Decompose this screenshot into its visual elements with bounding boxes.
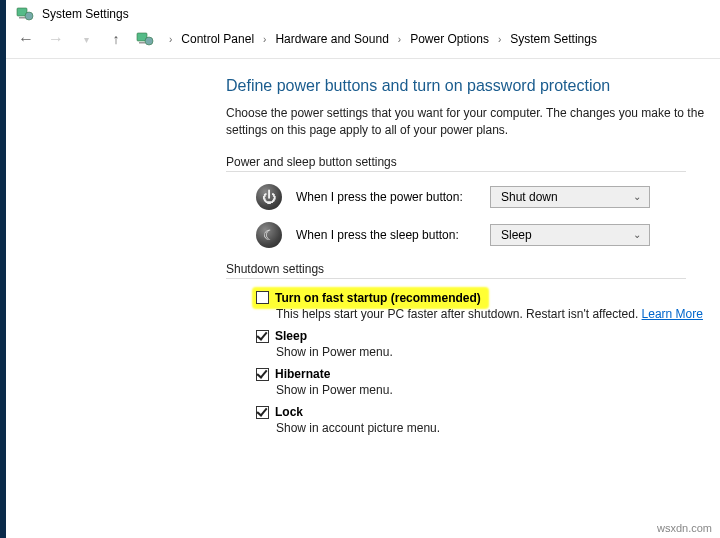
- svg-rect-4: [139, 42, 145, 44]
- chevron-down-icon: ⌄: [633, 229, 641, 240]
- sleep-button-dropdown[interactable]: Sleep ⌄: [490, 224, 650, 246]
- page-description: Choose the power settings that you want …: [226, 105, 720, 139]
- sleep-desc: Show in Power menu.: [276, 345, 720, 359]
- breadcrumb-icon: [136, 31, 154, 47]
- titlebar: System Settings: [6, 0, 720, 26]
- fast-startup-row: Turn on fast startup (recommended): [254, 289, 487, 307]
- sleep-label: Sleep: [275, 329, 307, 343]
- page-title: Define power buttons and turn on passwor…: [226, 77, 720, 95]
- breadcrumb-item[interactable]: System Settings: [506, 30, 601, 48]
- breadcrumb-item[interactable]: Hardware and Sound: [271, 30, 392, 48]
- hibernate-desc: Show in Power menu.: [276, 383, 720, 397]
- power-sleep-header: Power and sleep button settings: [226, 155, 686, 172]
- sleep-icon: ☾: [256, 222, 282, 248]
- fast-startup-checkbox[interactable]: [256, 291, 269, 304]
- hibernate-row: Hibernate: [256, 367, 720, 381]
- svg-rect-1: [19, 17, 25, 19]
- shutdown-header: Shutdown settings: [226, 262, 686, 279]
- lock-row: Lock: [256, 405, 720, 419]
- svg-point-5: [145, 37, 153, 45]
- sleep-row: Sleep: [256, 329, 720, 343]
- chevron-right-icon: ›: [397, 34, 402, 45]
- breadcrumb-item[interactable]: Power Options: [406, 30, 493, 48]
- sleep-checkbox[interactable]: [256, 330, 269, 343]
- chevron-right-icon: ›: [497, 34, 502, 45]
- content-area: Define power buttons and turn on passwor…: [6, 59, 720, 435]
- fast-startup-desc-text: This helps start your PC faster after sh…: [276, 307, 642, 321]
- dropdown-value: Sleep: [501, 228, 532, 242]
- chevron-down-icon: ⌄: [633, 191, 641, 202]
- window-title: System Settings: [42, 7, 129, 21]
- power-button-row: ⏻ When I press the power button: Shut do…: [256, 184, 720, 210]
- forward-button[interactable]: →: [46, 30, 66, 48]
- power-button-label: When I press the power button:: [296, 190, 476, 204]
- fast-startup-desc: This helps start your PC faster after sh…: [276, 307, 720, 321]
- up-button[interactable]: ↑: [106, 31, 126, 47]
- lock-desc: Show in account picture menu.: [276, 421, 720, 435]
- sleep-button-label: When I press the sleep button:: [296, 228, 476, 242]
- svg-point-2: [25, 12, 33, 20]
- lock-label: Lock: [275, 405, 303, 419]
- power-icon: ⏻: [256, 184, 282, 210]
- recent-dropdown-icon[interactable]: ▾: [76, 34, 96, 45]
- hibernate-checkbox[interactable]: [256, 368, 269, 381]
- chevron-right-icon: ›: [262, 34, 267, 45]
- sleep-button-row: ☾ When I press the sleep button: Sleep ⌄: [256, 222, 720, 248]
- learn-more-link[interactable]: Learn More: [642, 307, 703, 321]
- fast-startup-label: Turn on fast startup (recommended): [275, 291, 481, 305]
- lock-checkbox[interactable]: [256, 406, 269, 419]
- back-button[interactable]: ←: [16, 30, 36, 48]
- watermark: wsxdn.com: [657, 522, 712, 534]
- chevron-right-icon: ›: [168, 34, 173, 45]
- breadcrumb[interactable]: › Control Panel › Hardware and Sound › P…: [164, 30, 601, 48]
- breadcrumb-item[interactable]: Control Panel: [177, 30, 258, 48]
- system-settings-icon: [16, 6, 34, 22]
- power-button-dropdown[interactable]: Shut down ⌄: [490, 186, 650, 208]
- hibernate-label: Hibernate: [275, 367, 330, 381]
- navigation-bar: ← → ▾ ↑ › Control Panel › Hardware and S…: [6, 26, 720, 59]
- dropdown-value: Shut down: [501, 190, 558, 204]
